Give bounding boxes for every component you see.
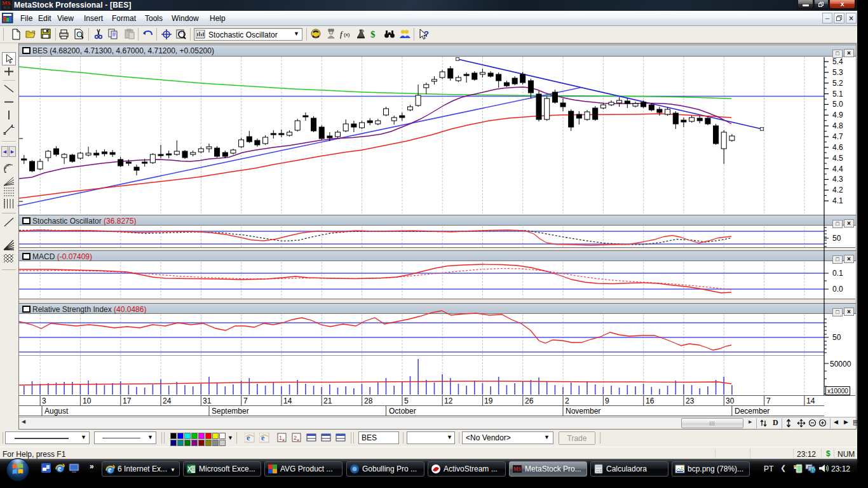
svg-text:5.1: 5.1 xyxy=(832,90,843,98)
svg-text:30: 30 xyxy=(726,396,735,405)
svg-text:31: 31 xyxy=(203,396,212,405)
svg-text:5.0: 5.0 xyxy=(832,100,843,109)
svg-text:10: 10 xyxy=(83,396,92,405)
svg-text:1: 1 xyxy=(279,435,282,441)
svg-text:October: October xyxy=(389,407,416,416)
svg-text:5.2: 5.2 xyxy=(832,79,843,88)
svg-text:50000: 50000 xyxy=(830,360,851,369)
svg-text:50: 50 xyxy=(832,333,841,342)
svg-text:MS: MS xyxy=(513,466,522,472)
svg-text:4.1: 4.1 xyxy=(832,196,843,205)
svg-text:4.4: 4.4 xyxy=(832,165,843,173)
svg-text:X: X xyxy=(187,466,192,473)
svg-text:50: 50 xyxy=(832,234,841,243)
svg-text:November: November xyxy=(566,407,600,416)
svg-text:2: 2 xyxy=(565,396,569,405)
svg-text:17: 17 xyxy=(123,396,132,405)
svg-text:September: September xyxy=(212,407,249,416)
svg-text:12: 12 xyxy=(444,396,453,405)
svg-text:4.7: 4.7 xyxy=(832,132,843,141)
svg-text:16: 16 xyxy=(646,396,654,405)
svg-text:4.2: 4.2 xyxy=(832,186,843,194)
svg-text:0.1: 0.1 xyxy=(832,269,843,278)
svg-text:4.9: 4.9 xyxy=(832,111,843,119)
svg-text:26: 26 xyxy=(525,396,534,405)
svg-text:2: 2 xyxy=(294,435,297,441)
svg-text:August: August xyxy=(44,407,69,416)
svg-text:7: 7 xyxy=(243,396,248,405)
svg-text:x10000: x10000 xyxy=(827,388,848,395)
svg-text:21: 21 xyxy=(323,396,332,405)
svg-text:14: 14 xyxy=(806,396,815,405)
svg-text:4.5: 4.5 xyxy=(832,154,843,163)
svg-text:28: 28 xyxy=(364,396,373,405)
svg-text:19: 19 xyxy=(484,396,493,405)
svg-text:7: 7 xyxy=(766,396,771,405)
svg-text:24: 24 xyxy=(163,396,172,405)
svg-text:December: December xyxy=(735,407,770,416)
svg-text:14: 14 xyxy=(283,396,292,405)
svg-text:3: 3 xyxy=(42,396,46,405)
svg-text:4.3: 4.3 xyxy=(832,175,843,184)
svg-text:23: 23 xyxy=(686,396,695,405)
svg-text:5: 5 xyxy=(404,396,409,405)
svg-text:5.3: 5.3 xyxy=(832,68,843,77)
svg-text:5.4: 5.4 xyxy=(832,57,843,66)
svg-text:4.6: 4.6 xyxy=(832,143,843,152)
svg-text:9: 9 xyxy=(605,396,609,405)
svg-text:4.8: 4.8 xyxy=(832,121,843,130)
svg-text:0.0: 0.0 xyxy=(832,285,843,294)
